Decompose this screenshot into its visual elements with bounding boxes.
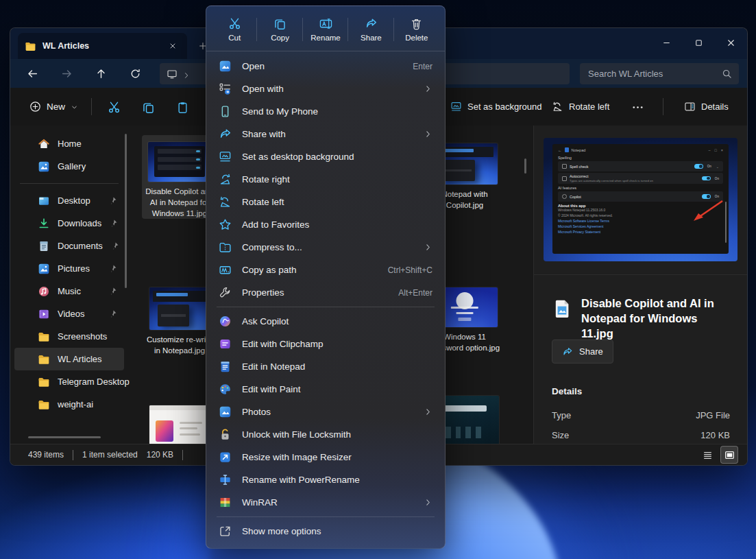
menu-item-edit-with-paint[interactable]: Edit with Paint bbox=[210, 378, 441, 401]
sidebar-item-weight-ai[interactable]: weight-ai bbox=[14, 393, 124, 416]
sidebar-item-documents[interactable]: Documents bbox=[14, 235, 124, 257]
thumbnail-view-button[interactable] bbox=[721, 447, 737, 463]
share-button[interactable]: Share bbox=[552, 340, 613, 364]
share-with-icon bbox=[219, 128, 232, 141]
details-row-label: Size bbox=[552, 425, 569, 445]
folder-icon bbox=[38, 376, 50, 388]
menu-item-label: Add to Favorites bbox=[242, 219, 432, 230]
forward-button[interactable] bbox=[54, 62, 79, 84]
quick-action-copy[interactable]: Copy bbox=[257, 10, 302, 49]
file-area-scrollbar[interactable] bbox=[524, 158, 526, 174]
pin-icon bbox=[109, 219, 118, 228]
menu-item-label: Rotate left bbox=[242, 197, 432, 207]
menu-item-label: Rotate right bbox=[242, 174, 432, 185]
preview-back-icon: ← bbox=[558, 148, 562, 152]
quick-action-delete[interactable]: Delete bbox=[394, 10, 439, 49]
quick-action-label: Cut bbox=[228, 34, 241, 42]
menu-item-show-more-options[interactable]: Show more options bbox=[210, 520, 441, 543]
sidebar-item-gallery[interactable]: Gallery bbox=[14, 155, 124, 178]
maximize-button[interactable] bbox=[683, 28, 715, 57]
sidebar-vertical-scrollbar[interactable] bbox=[125, 134, 127, 288]
sidebar-item-music[interactable]: Music bbox=[14, 280, 124, 302]
copy-button[interactable] bbox=[134, 95, 162, 119]
menu-item-rotate-left[interactable]: Rotate left bbox=[210, 191, 441, 213]
menu-item-edit-with-clipchamp[interactable]: Edit with Clipchamp bbox=[210, 333, 441, 355]
quick-action-share[interactable]: Share bbox=[348, 10, 393, 49]
menu-item-edit-in-notepad[interactable]: Edit in Notepad bbox=[210, 355, 441, 378]
quick-action-label: Rename bbox=[310, 34, 340, 42]
refresh-button[interactable] bbox=[123, 62, 147, 84]
chevron-right-icon bbox=[424, 498, 432, 507]
sidebar-item-desktop[interactable]: Desktop bbox=[14, 189, 124, 212]
set-as-background-label: Set as background bbox=[467, 102, 541, 112]
pin-icon bbox=[108, 309, 117, 318]
chevron-right-icon bbox=[424, 243, 432, 252]
sidebar-horizontal-scrollbar[interactable] bbox=[28, 436, 101, 438]
tab-wl-articles[interactable]: WL Articles bbox=[18, 33, 187, 59]
quick-action-cut[interactable]: Cut bbox=[212, 10, 257, 49]
rotate-left-button[interactable]: Rotate left bbox=[546, 95, 615, 118]
menu-item-open-with[interactable]: Open with bbox=[210, 78, 441, 100]
new-button[interactable]: New bbox=[21, 95, 86, 118]
menu-item-unlock-with-file-locksmith[interactable]: Unlock with File Locksmith bbox=[210, 423, 441, 446]
back-button[interactable] bbox=[20, 62, 45, 84]
menu-item-rotate-right[interactable]: Rotate right bbox=[210, 168, 441, 191]
winrar-icon bbox=[219, 496, 232, 509]
notepad-settings-thumbnail bbox=[148, 142, 211, 182]
sidebar-item-screenshots[interactable]: Screenshots bbox=[14, 325, 124, 348]
menu-item-label: Show more options bbox=[242, 526, 432, 536]
chevron-right-icon bbox=[424, 130, 432, 139]
menu-item-set-as-desktop-background[interactable]: Set as desktop background bbox=[210, 145, 441, 168]
sidebar-item-telegram-desktop[interactable]: Telegram Desktop bbox=[14, 370, 124, 393]
photos-icon bbox=[219, 405, 232, 418]
menu-item-compress-to[interactable]: Compress to... bbox=[210, 236, 441, 259]
up-button[interactable] bbox=[88, 62, 113, 84]
menu-item-ask-copilot[interactable]: Ask Copilot bbox=[210, 310, 441, 333]
pin-icon bbox=[108, 287, 117, 296]
menu-item-resize-with-image-resizer[interactable]: Resize with Image Resizer bbox=[210, 446, 441, 468]
details-toggle-button[interactable]: Details bbox=[679, 95, 734, 118]
sidebar-item-pictures[interactable]: Pictures bbox=[14, 257, 124, 280]
quick-action-label: Share bbox=[361, 34, 382, 42]
sidebar-item-wl-articles[interactable]: WL Articles bbox=[14, 348, 124, 370]
sidebar-item-label: Telegram Desktop bbox=[58, 377, 130, 387]
sidebar-item-label: Gallery bbox=[58, 161, 86, 171]
paste-button[interactable] bbox=[169, 95, 196, 119]
more-options-button[interactable] bbox=[624, 95, 651, 119]
sidebar-divider bbox=[20, 183, 119, 184]
preview-toggle-on bbox=[702, 194, 711, 199]
menu-item-winrar[interactable]: WinRAR bbox=[210, 491, 441, 514]
menu-item-label: Edit with Paint bbox=[242, 384, 432, 394]
sidebar-item-home[interactable]: Home bbox=[14, 132, 124, 155]
cut-button[interactable] bbox=[100, 95, 127, 119]
sidebar-item-videos[interactable]: Videos bbox=[14, 302, 124, 325]
preview-toggle-on bbox=[702, 176, 711, 181]
search-box[interactable] bbox=[580, 63, 739, 84]
menu-item-label: Copy as path bbox=[242, 265, 378, 275]
menu-item-label: Edit with Clipchamp bbox=[242, 339, 432, 349]
share-icon bbox=[365, 17, 378, 30]
context-menu-quick-actions: CutCopyRenameShareDelete bbox=[206, 8, 445, 51]
menu-item-open[interactable]: OpenEnter bbox=[210, 55, 441, 78]
search-input[interactable] bbox=[587, 68, 716, 80]
videos-icon bbox=[38, 308, 50, 320]
list-view-button[interactable] bbox=[699, 447, 716, 463]
folder-icon bbox=[38, 399, 50, 411]
menu-item-photos[interactable]: Photos bbox=[210, 401, 441, 423]
quick-action-rename[interactable]: Rename bbox=[303, 10, 348, 49]
menu-item-copy-as-path[interactable]: Copy as pathCtrl+Shift+C bbox=[210, 259, 441, 281]
menu-item-properties[interactable]: PropertiesAlt+Enter bbox=[210, 281, 441, 304]
items-count: 439 items bbox=[28, 450, 64, 460]
close-button[interactable] bbox=[715, 28, 747, 57]
menu-item-share-with[interactable]: Share with bbox=[210, 123, 441, 145]
tab-close-icon[interactable] bbox=[165, 38, 180, 53]
menu-item-rename-with-powerrename[interactable]: Rename with PowerRename bbox=[210, 468, 441, 491]
delete-icon bbox=[410, 17, 423, 30]
sidebar-item-downloads[interactable]: Downloads bbox=[14, 212, 124, 235]
set-as-background-button[interactable]: Set as background bbox=[445, 95, 547, 118]
menu-item-send-to-my-phone[interactable]: Send to My Phone bbox=[210, 100, 441, 123]
menu-item-add-to-favorites[interactable]: Add to Favorites bbox=[210, 213, 441, 236]
menu-item-label: Resize with Image Resizer bbox=[242, 452, 432, 462]
quick-action-label: Delete bbox=[405, 34, 428, 42]
minimize-button[interactable] bbox=[650, 28, 683, 57]
